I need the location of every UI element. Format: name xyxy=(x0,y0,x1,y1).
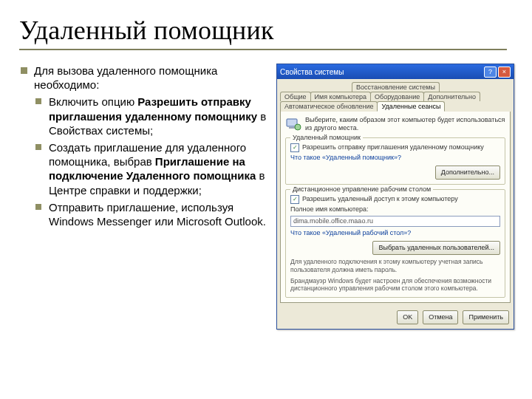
dialog-footer: OK Отмена Применить xyxy=(277,306,514,329)
what-is-remote-desktop-link[interactable]: Что такое «Удаленный рабочий стол»? xyxy=(290,229,411,236)
sub-bullet-3: Отправить приглашение, используя Windows… xyxy=(34,200,269,228)
dialog-tabs: Восстановление системы Общие Имя компьют… xyxy=(277,79,514,112)
dialog-title: Свойства системы xyxy=(280,68,344,76)
select-remote-users-button[interactable]: Выбрать удаленных пользователей... xyxy=(372,241,500,255)
svg-rect-1 xyxy=(289,127,295,129)
group2-legend: Дистанционное управление рабочим столом xyxy=(290,185,433,194)
dialog-titlebar[interactable]: Свойства системы ? × xyxy=(277,64,514,79)
allow-remote-desktop-checkbox[interactable]: ✓ Разрешить удаленный доступ к этому ком… xyxy=(290,195,500,204)
tab-computer-name[interactable]: Имя компьютера xyxy=(310,92,371,101)
sub-bullet-1: Включить опцию Разрешить отправку пригла… xyxy=(34,95,269,137)
remote-desktop-group: Дистанционное управление рабочим столом … xyxy=(285,189,505,298)
password-note: Для удаленного подключения к этому компь… xyxy=(290,258,500,273)
system-properties-dialog: Свойства системы ? × Восстановление сист… xyxy=(276,64,514,330)
remote-assistant-group: Удаленный помощник ✓ Разрешить отправку … xyxy=(285,137,505,185)
tab-auto-updates[interactable]: Автоматическое обновление xyxy=(280,101,378,112)
help-icon[interactable]: ? xyxy=(484,66,497,78)
slide-title: Удаленный помощник xyxy=(19,15,513,46)
assistant-advanced-button[interactable]: Дополнительно... xyxy=(435,166,500,180)
sub-bullet-2: Создать приглашение для удаленного помощ… xyxy=(34,140,269,197)
cancel-button[interactable]: Отмена xyxy=(423,310,458,324)
apply-button[interactable]: Применить xyxy=(463,310,509,324)
title-divider xyxy=(19,49,507,50)
tab-hardware[interactable]: Оборудование xyxy=(370,92,424,101)
group1-legend: Удаленный помощник xyxy=(290,134,363,142)
dialog-intro: Выберите, каким образом этот компьютер б… xyxy=(305,116,505,133)
firewall-note: Брандмауэр Windows будет настроен для об… xyxy=(290,277,500,293)
bullet-lead: Для вызова удаленного помощника необходи… xyxy=(19,64,269,228)
ok-button[interactable]: OK xyxy=(397,310,418,324)
tab-general[interactable]: Общие xyxy=(280,92,311,101)
close-icon[interactable]: × xyxy=(498,66,511,78)
tab-restore[interactable]: Восстановление системы xyxy=(352,82,440,92)
computer-name-field[interactable]: dima.mobile.office.maao.ru xyxy=(290,216,500,227)
text-column: Для вызова удаленного помощника необходи… xyxy=(19,64,269,330)
computer-name-label: Полное имя компьютера: xyxy=(290,205,500,214)
svg-point-2 xyxy=(295,124,301,130)
remote-icon xyxy=(285,116,301,132)
tab-remote[interactable]: Удаленные сеансы xyxy=(377,101,445,112)
what-is-assistant-link[interactable]: Что такое «Удаленный помощник»? xyxy=(290,154,401,161)
allow-assistant-checkbox[interactable]: ✓ Разрешить отправку приглашения удаленн… xyxy=(290,143,500,152)
tab-advanced[interactable]: Дополнительно xyxy=(423,92,480,101)
